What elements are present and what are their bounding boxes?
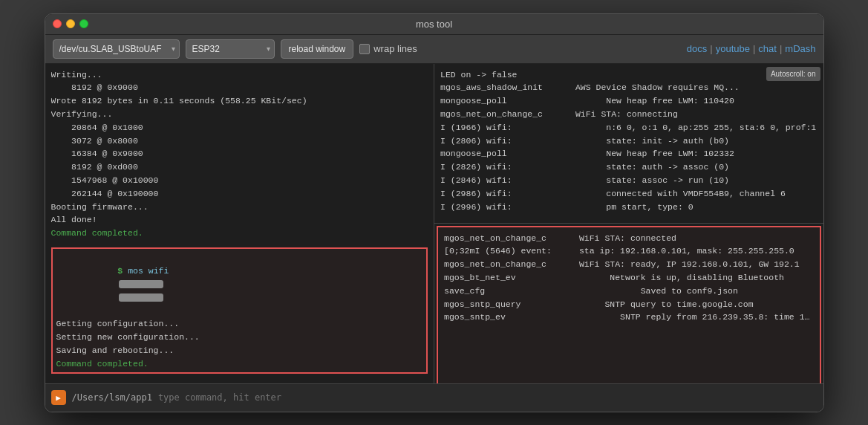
- redacted-arg2: [119, 293, 163, 302]
- sep3: |: [780, 43, 782, 54]
- list-item: Verifying...: [51, 108, 428, 121]
- mdash-link[interactable]: mDash: [785, 43, 815, 54]
- app-window: mos tool /dev/cu.SLAB_USBtoUAF ▾ ESP32 ▾…: [45, 13, 824, 412]
- list-item: 20864 @ 0x1000: [51, 121, 428, 134]
- list-item: 262144 @ 0x190000: [51, 187, 428, 201]
- cmd-name: mos wifi: [128, 266, 169, 276]
- bottom-bar: ▶ /Users/lsm/app1: [45, 383, 823, 412]
- list-item: Getting configuration...: [56, 317, 423, 331]
- list-item: LED on -> false: [440, 68, 818, 82]
- youtube-link[interactable]: youtube: [716, 43, 750, 54]
- list-item: [0;32mI (5646) event: sta ip: 192.168.0.…: [444, 244, 814, 258]
- list-item: Setting new configuration...: [56, 331, 423, 344]
- list-item: 8192 @ 0x9000: [51, 81, 428, 94]
- board-select[interactable]: ESP32: [186, 39, 275, 59]
- docs-link[interactable]: docs: [687, 43, 707, 54]
- list-item: mgos_net_on_change_c WiFi STA: connectin…: [440, 108, 818, 121]
- sep2: |: [753, 43, 755, 54]
- list-item: mgos_sntp_query SNTP query to time.googl…: [444, 298, 814, 311]
- port-select-wrapper: /dev/cu.SLAB_USBtoUAF ▾: [53, 39, 180, 59]
- sep1: |: [710, 43, 712, 54]
- list-item: 1547968 @ 0x10000: [51, 174, 428, 187]
- list-item: I (2846) wifi: state: assoc -> run (10): [440, 174, 818, 187]
- wrap-lines-toggle[interactable]: wrap lines: [359, 43, 417, 54]
- wrap-lines-label: wrap lines: [373, 43, 417, 54]
- list-item: Command completed.: [51, 227, 428, 240]
- autoscroll-badge: Autoscroll: on: [766, 67, 820, 82]
- window-title: mos tool: [416, 19, 452, 30]
- redacted-arg1: [119, 280, 163, 288]
- traffic-lights: [53, 19, 88, 28]
- list-item: All done!: [51, 213, 428, 227]
- list-item: I (2986) wifi: connected with VMDF554B9,…: [440, 187, 818, 201]
- list-item: mongoose_poll New heap free LWM: 102332: [440, 147, 818, 160]
- list-item: I (2806) wifi: state: init -> auth (b0): [440, 134, 818, 148]
- title-bar: mos tool: [45, 14, 823, 35]
- minimize-button[interactable]: [66, 19, 75, 28]
- list-item: Command completed.: [56, 357, 423, 371]
- main-content: Writing... 8192 @ 0x9000 Wrote 8192 byte…: [45, 64, 823, 383]
- reload-window-button[interactable]: reload window: [281, 39, 354, 59]
- maximize-button[interactable]: [79, 19, 88, 28]
- list-item: mongoose_poll New heap free LWM: 110420: [440, 94, 818, 108]
- list-item: 16384 @ 0x9000: [51, 147, 428, 160]
- list-item: I (1966) wifi: n:6 0, o:1 0, ap:255 255,…: [440, 121, 818, 134]
- list-item: Wrote 8192 bytes in 0.11 seconds (558.25…: [51, 94, 428, 108]
- toolbar: /dev/cu.SLAB_USBtoUAF ▾ ESP32 ▾ reload w…: [45, 35, 823, 64]
- list-item: I (2826) wifi: state: auth -> assoc (0): [440, 160, 818, 174]
- list-item: 3072 @ 0x8000: [51, 134, 428, 148]
- left-pane: Writing... 8192 @ 0x9000 Wrote 8192 byte…: [45, 64, 435, 383]
- port-select[interactable]: /dev/cu.SLAB_USBtoUAF: [53, 39, 180, 59]
- list-item: Writing...: [51, 68, 428, 82]
- list-item: Saving and rebooting...: [56, 344, 423, 357]
- list-item: Booting firmware...: [51, 201, 428, 214]
- toolbar-links: docs | youtube | chat | mDash: [687, 43, 816, 54]
- current-path: /Users/lsm/app1: [72, 392, 152, 403]
- path-icon: ▶: [51, 390, 66, 405]
- command-block: $ mos wifi Getting configuration... Sett…: [51, 247, 428, 374]
- list-item: mgos_net_on_change_c WiFi STA: connected: [444, 232, 814, 245]
- list-item: mgos_aws_shadow_init AWS Device Shadow r…: [440, 81, 818, 94]
- list-item: mgos_bt_net_ev Network is up, disabling …: [444, 271, 814, 285]
- right-pane-bottom[interactable]: mgos_net_on_change_c WiFi STA: connected…: [437, 226, 821, 383]
- list-item: I (2996) wifi: pm start, type: 0: [440, 201, 818, 214]
- dollar-sign: $: [117, 266, 128, 276]
- list-item: mgos_net_on_change_c WiFi STA: ready, IP…: [444, 258, 814, 271]
- left-pane-scroll[interactable]: Writing... 8192 @ 0x9000 Wrote 8192 byte…: [45, 64, 434, 383]
- command-line: $ mos wifi: [56, 251, 423, 317]
- right-pane: Autoscroll: on LED on -> false mgos_aws_…: [434, 64, 823, 383]
- board-select-wrapper: ESP32 ▾: [186, 39, 275, 59]
- wrap-lines-checkbox[interactable]: [359, 44, 370, 54]
- right-pane-top[interactable]: Autoscroll: on LED on -> false mgos_aws_…: [434, 64, 823, 224]
- chat-link[interactable]: chat: [758, 43, 777, 54]
- list-item: mgos_sntp_ev SNTP reply from 216.239.35.…: [444, 311, 814, 324]
- list-item: 8192 @ 0xd000: [51, 160, 428, 174]
- command-input[interactable]: [158, 392, 818, 403]
- close-button[interactable]: [53, 19, 62, 28]
- list-item: save_cfg Saved to conf9.json: [444, 285, 814, 298]
